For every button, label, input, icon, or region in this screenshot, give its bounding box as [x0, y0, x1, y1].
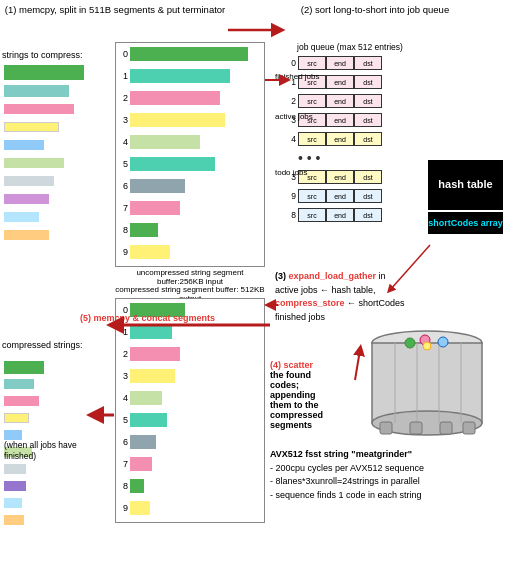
- step2-label: (2) sort long-to-short into job queue: [240, 4, 510, 16]
- todo-jobs-label: todo jobs: [275, 168, 307, 177]
- active-jobs-label: active jobs: [275, 112, 313, 121]
- svg-rect-12: [410, 422, 422, 434]
- bottom-line1: AVX512 fsst string "meatgrinder": [270, 448, 508, 462]
- bottom-text: AVX512 fsst string "meatgrinder" - 200cp…: [270, 448, 508, 502]
- drum-illustration: [355, 325, 500, 445]
- svg-rect-11: [380, 422, 392, 434]
- step4-label: (4) scatter the found codes; appending t…: [270, 360, 350, 430]
- step3-area: (3) expand_load_gather in active jobs ← …: [275, 270, 505, 324]
- job-queue-header: job queue (max 512 entries): [280, 42, 420, 52]
- svg-rect-14: [463, 422, 475, 434]
- hash-table-box: hash table: [428, 160, 503, 210]
- svg-point-7: [405, 338, 415, 348]
- output-buffer: 0 1 2 3 4 5 6 7 8 9: [115, 298, 265, 523]
- job-queue: job queue (max 512 entries) 0 src end ds…: [280, 42, 420, 225]
- compressed-label: compressed strings:: [2, 340, 83, 350]
- step5-label: (5) memcpy & concat segments: [80, 313, 215, 323]
- step1-label: (1) memcpy, split in 511B segments & put…: [0, 4, 230, 16]
- svg-point-9: [438, 337, 448, 347]
- left-strings: [4, 65, 112, 245]
- svg-point-10: [423, 342, 431, 350]
- input-buffer-label: uncompressed string segment buffer:256KB…: [115, 268, 265, 286]
- short-codes-box: shortCodes array: [428, 212, 503, 234]
- main-container: (1) memcpy, split in 511B segments & put…: [0, 0, 511, 569]
- finished-jobs-label: finished jobs: [275, 72, 319, 81]
- bottom-line2: - 200cpu cycles per AVX512 sequence: [270, 462, 508, 476]
- strings-label: strings to compress:: [2, 50, 83, 60]
- bottom-line4: - sequence finds 1 code in each string: [270, 489, 508, 503]
- input-buffer: 0 1 2 3 4 5 6 7 8 9: [115, 42, 265, 267]
- when-label: (when all jobs have finished): [4, 440, 104, 462]
- bottom-line3: - 8lanes*3xunroll=24strings in parallel: [270, 475, 508, 489]
- svg-rect-13: [440, 422, 452, 434]
